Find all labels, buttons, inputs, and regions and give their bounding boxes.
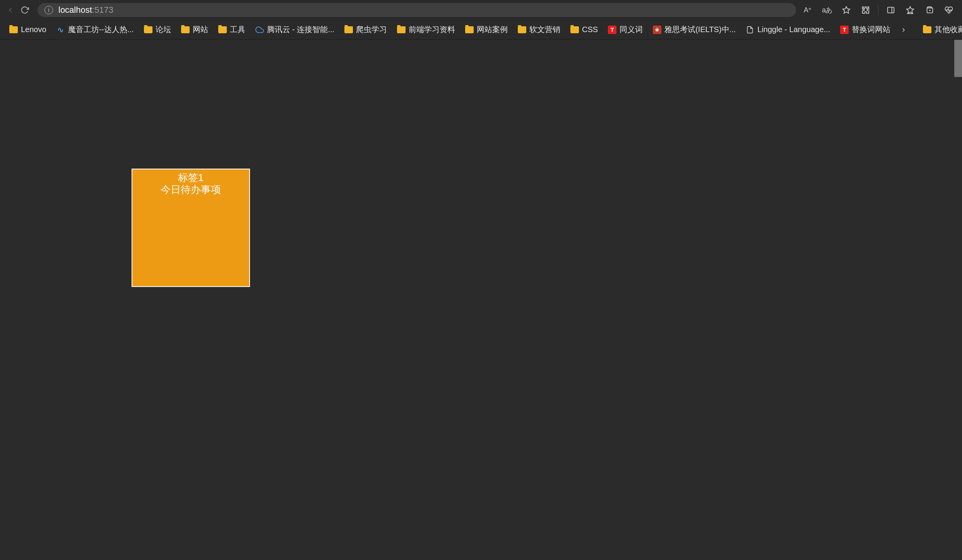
extensions-button[interactable] bbox=[857, 2, 874, 18]
bookmark-item[interactable]: Lenovo bbox=[5, 23, 51, 36]
folder-icon bbox=[144, 26, 152, 33]
bookmark-item[interactable]: T替换词网站 bbox=[835, 22, 895, 37]
bookmark-label: CSS bbox=[582, 25, 598, 34]
folder-icon bbox=[218, 26, 227, 33]
favorites-list-button[interactable] bbox=[902, 2, 919, 18]
refresh-button[interactable] bbox=[19, 3, 31, 17]
bookmark-item[interactable]: Linggle - Language... bbox=[741, 23, 835, 36]
folder-icon bbox=[397, 26, 406, 33]
refresh-icon bbox=[21, 6, 29, 14]
card-subtitle: 今日待办事项 bbox=[132, 183, 249, 196]
bookmark-item[interactable]: 腾讯云 - 连接智能... bbox=[251, 22, 339, 37]
split-screen-button[interactable] bbox=[882, 2, 899, 18]
chevron-right-icon: › bbox=[902, 25, 905, 34]
cloud-icon bbox=[255, 26, 264, 34]
red-t-icon: T bbox=[840, 26, 849, 34]
bookmark-bar: Lenovo∿魔音工坊--达人热...论坛网站工具腾讯云 - 连接智能...爬虫… bbox=[0, 20, 962, 40]
bookmark-label: 网站案例 bbox=[477, 24, 508, 35]
bookmark-label: Lenovo bbox=[21, 25, 46, 34]
read-aloud-button[interactable]: A⁺ bbox=[799, 2, 816, 18]
url-input[interactable]: i localhost:5173 bbox=[38, 3, 796, 17]
bookmark-item[interactable]: ※雅思考试(IELTS)中... bbox=[648, 22, 740, 37]
svg-rect-1 bbox=[888, 7, 894, 13]
browser-address-bar: i localhost:5173 A⁺ aあ bbox=[0, 0, 962, 20]
puzzle-icon bbox=[861, 6, 870, 14]
back-button[interactable] bbox=[5, 3, 16, 17]
performance-button[interactable] bbox=[940, 2, 957, 18]
star-line-icon bbox=[906, 6, 914, 14]
url-host: localhost bbox=[58, 5, 92, 15]
red-t-icon: T bbox=[608, 26, 616, 34]
bookmark-item[interactable]: T同义词 bbox=[603, 22, 647, 37]
bookmark-item[interactable]: 工具 bbox=[214, 22, 250, 37]
folder-icon bbox=[570, 26, 579, 33]
read-aloud-icon: A⁺ bbox=[804, 6, 811, 14]
bookmark-label: Linggle - Language... bbox=[757, 25, 830, 34]
bookmark-item[interactable]: 前端学习资料 bbox=[392, 22, 460, 37]
card-title: 标签1 bbox=[132, 172, 249, 183]
arrow-left-icon bbox=[6, 6, 15, 14]
vertical-scrollbar-thumb[interactable] bbox=[954, 40, 962, 77]
favorite-button[interactable] bbox=[838, 2, 855, 18]
bookmark-item[interactable]: 爬虫学习 bbox=[340, 22, 392, 37]
page-content: 标签1 今日待办事项 bbox=[0, 40, 962, 560]
bookmark-label: 论坛 bbox=[156, 24, 171, 35]
bookmark-item[interactable]: CSS bbox=[566, 23, 603, 36]
folder-icon bbox=[518, 26, 526, 33]
svg-marker-3 bbox=[907, 6, 914, 13]
bookmark-label: 雅思考试(IELTS)中... bbox=[664, 24, 736, 35]
bookmark-item[interactable]: ∿魔音工坊--达人热... bbox=[52, 22, 139, 37]
collections-button[interactable] bbox=[921, 2, 938, 18]
bookmark-label: 同义词 bbox=[620, 24, 643, 35]
todo-card[interactable]: 标签1 今日待办事项 bbox=[132, 169, 250, 287]
collections-icon bbox=[925, 6, 934, 14]
heartbeat-icon bbox=[945, 6, 953, 14]
bookmark-overflow-button[interactable]: › bbox=[897, 22, 910, 37]
other-bookmarks-button[interactable]: 其他收藏夹 bbox=[918, 22, 962, 37]
svg-marker-0 bbox=[843, 6, 850, 13]
bookmark-item[interactable]: 论坛 bbox=[139, 22, 176, 37]
bookmark-label: 爬虫学习 bbox=[356, 24, 387, 35]
file-icon bbox=[746, 26, 754, 34]
folder-icon bbox=[344, 26, 353, 33]
translate-icon: aあ bbox=[822, 5, 832, 15]
toolbar-right: A⁺ aあ bbox=[799, 2, 957, 18]
toolbar-divider bbox=[878, 5, 878, 15]
star-icon bbox=[842, 6, 851, 14]
bookmark-label: 替换词网站 bbox=[852, 24, 890, 35]
bookmark-label: 网站 bbox=[193, 24, 208, 35]
bookmark-item[interactable]: 网站 bbox=[176, 22, 213, 37]
red-square-icon: ※ bbox=[653, 26, 661, 34]
translate-button[interactable]: aあ bbox=[818, 2, 835, 18]
bookmark-label: 魔音工坊--达人热... bbox=[68, 24, 134, 35]
bookmark-item[interactable]: 网站案例 bbox=[460, 22, 512, 37]
other-bookmarks-label: 其他收藏夹 bbox=[935, 24, 962, 35]
folder-icon bbox=[181, 26, 190, 33]
bookmark-label: 工具 bbox=[230, 24, 245, 35]
site-info-icon[interactable]: i bbox=[45, 6, 53, 14]
folder-icon bbox=[465, 26, 474, 33]
bookmark-label: 软文营销 bbox=[529, 24, 560, 35]
bookmark-item[interactable]: 软文营销 bbox=[513, 22, 565, 37]
sidebar-icon bbox=[887, 6, 895, 14]
url-port: :5173 bbox=[92, 5, 113, 15]
bookmark-label: 腾讯云 - 连接智能... bbox=[267, 24, 334, 35]
folder-icon bbox=[923, 26, 931, 33]
wave-icon: ∿ bbox=[56, 26, 65, 34]
bookmark-label: 前端学习资料 bbox=[409, 24, 455, 35]
url-text: localhost:5173 bbox=[58, 5, 113, 15]
folder-icon bbox=[9, 26, 18, 33]
